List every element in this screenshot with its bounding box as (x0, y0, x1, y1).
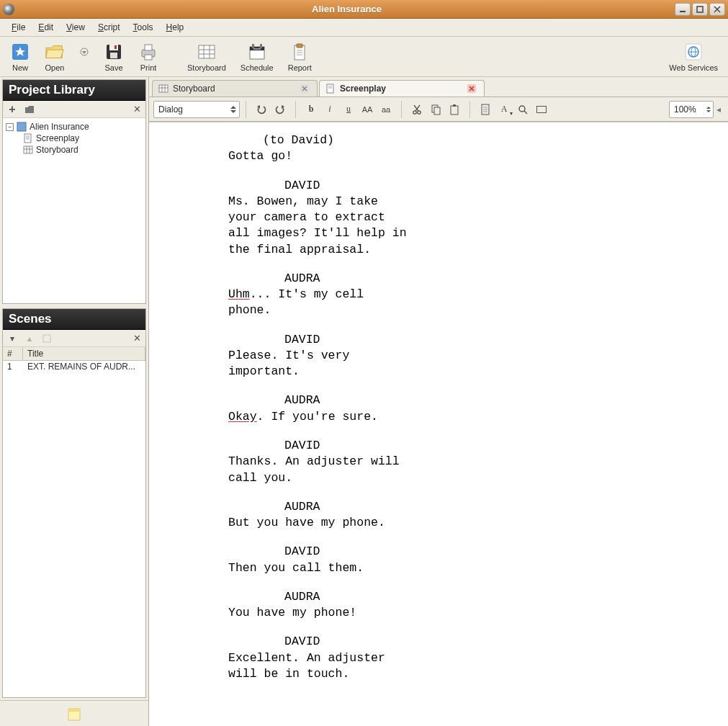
main-toolbar: New Open Save Print Storyboard movie (0, 37, 728, 77)
screenplay-char[interactable]: DAVID (228, 544, 581, 560)
scroll-left-button[interactable]: ◂ (714, 104, 724, 115)
screenplay-dialog[interactable]: important. (228, 364, 581, 380)
scenes-close-button[interactable]: ✕ (133, 333, 141, 344)
view-mode-button[interactable] (532, 100, 551, 119)
screenplay-dialog[interactable]: Ms. Bowen, may I take (228, 194, 581, 210)
bold-button[interactable]: b (302, 100, 320, 119)
report-button[interactable]: Report (284, 39, 316, 75)
font-button[interactable]: A▾ (495, 100, 513, 119)
page-button[interactable] (476, 100, 495, 119)
scene-up-button[interactable]: ▴ (24, 333, 35, 344)
new-button[interactable]: New (6, 39, 35, 75)
screenplay-char[interactable]: AUDRA (228, 589, 581, 605)
tree-item-label: Storyboard (36, 145, 78, 155)
paste-button[interactable] (445, 100, 464, 119)
screenplay-dialog[interactable]: your camera to extract (228, 210, 581, 225)
screenplay-dialog[interactable]: phone. (228, 302, 581, 318)
panel-close-button[interactable]: ✕ (133, 104, 141, 115)
uppercase-button[interactable]: AA (358, 100, 377, 119)
screenplay-paren[interactable]: (to David) (228, 133, 581, 148)
screenplay-char[interactable]: DAVID (228, 178, 581, 194)
screenplay-dialog[interactable]: Thanks. An adjuster will (228, 454, 581, 470)
svg-rect-45 (68, 709, 80, 712)
webservices-button[interactable]: Web Services (665, 39, 722, 75)
undo-button[interactable] (252, 100, 271, 119)
screenplay-dialog[interactable]: the final appraisal. (228, 242, 581, 258)
notes-bar (0, 700, 148, 726)
window-maximize-button[interactable] (692, 3, 708, 16)
tree-item-storyboard[interactable]: Storyboard (4, 144, 144, 156)
collapse-icon[interactable]: − (6, 123, 14, 131)
storyboard-label: Storyboard (187, 63, 226, 72)
tab-storyboard[interactable]: Storyboard (152, 80, 318, 97)
screenplay-char[interactable]: AUDRA (228, 271, 581, 287)
scenes-header: # Title (3, 347, 145, 361)
project-tree[interactable]: − Alien Insurance Screenplay Storyboard (3, 118, 145, 303)
screenplay-dialog[interactable]: will be in touch. (228, 666, 581, 682)
screenplay-dialog[interactable]: You have my phone! (228, 605, 581, 621)
screenplay-dialog[interactable]: Excellent. An adjuster (228, 650, 581, 666)
open-button[interactable]: Open (40, 39, 69, 75)
scenes-title: Scenes (3, 309, 145, 330)
save-button[interactable]: Save (99, 39, 128, 75)
lowercase-button[interactable]: aa (377, 100, 395, 119)
menu-help[interactable]: Help (161, 20, 190, 35)
menu-tools[interactable]: Tools (127, 20, 159, 35)
col-title-header[interactable]: Title (23, 347, 145, 360)
add-button[interactable]: + (7, 104, 17, 115)
star-icon (10, 42, 30, 62)
tree-root-label: Alien Insurance (30, 122, 89, 132)
notes-icon[interactable] (66, 706, 82, 722)
schedule-button[interactable]: movie Schedule (236, 39, 278, 75)
menu-file[interactable]: File (6, 20, 31, 35)
col-num-header[interactable]: # (3, 347, 23, 360)
tab-screenplay[interactable]: Screenplay (319, 80, 485, 97)
window-close-button[interactable] (709, 3, 725, 16)
zoom-selector[interactable]: 100% (669, 101, 714, 118)
window-titlebar: Alien Insurance (0, 0, 728, 19)
app-icon (3, 4, 14, 15)
screenplay-char[interactable]: AUDRA (228, 499, 581, 515)
underline-button[interactable]: u (339, 100, 358, 119)
find-button[interactable] (513, 100, 532, 119)
screenplay-dialog[interactable]: Please. It's very (228, 348, 581, 364)
screenplay-dialog[interactable]: But you have my phone. (228, 515, 581, 531)
screenplay-char[interactable]: DAVID (228, 332, 581, 348)
window-minimize-button[interactable] (675, 3, 691, 16)
svg-rect-10 (110, 53, 117, 58)
style-selector[interactable]: Dialog (153, 101, 240, 118)
schedule-icon: movie (247, 42, 267, 62)
scene-edit-button[interactable] (42, 333, 52, 344)
cut-button[interactable] (408, 100, 426, 119)
screenplay-dialog[interactable]: call you. (228, 470, 581, 486)
screenplay-content[interactable]: (to David)Gotta go!DAVIDMs. Bowen, may I… (149, 122, 610, 711)
tree-root[interactable]: − Alien Insurance (4, 121, 144, 133)
folder-button[interactable] (24, 104, 35, 115)
scene-row[interactable]: 1 EXT. REMAINS OF AUDR... (3, 361, 145, 372)
menu-edit[interactable]: Edit (32, 20, 59, 35)
tree-item-screenplay[interactable]: Screenplay (4, 133, 144, 144)
italic-button[interactable]: i (320, 100, 339, 119)
menu-view[interactable]: View (60, 20, 91, 35)
tab-close-icon[interactable] (467, 84, 477, 94)
screenplay-dialog[interactable]: Then you call them. (228, 560, 581, 576)
tab-close-icon[interactable] (300, 84, 310, 94)
open-dropdown-button[interactable] (75, 39, 94, 75)
screenplay-dialog[interactable]: all images? It'll help in (228, 225, 581, 241)
screenplay-char[interactable]: AUDRA (228, 393, 581, 408)
left-panel: Project Library + ✕ − Alien Insurance Sc… (0, 77, 149, 726)
screenplay-dialog[interactable]: Uhm... It's my cell (228, 287, 581, 302)
screenplay-dialog[interactable]: Okay. If you're sure. (228, 409, 581, 425)
scene-down-button[interactable]: ▾ (7, 333, 17, 344)
redo-button[interactable] (271, 100, 289, 119)
copy-button[interactable] (426, 100, 445, 119)
document-area[interactable]: (to David)Gotta go!DAVIDMs. Bowen, may I… (149, 122, 728, 726)
screenplay-dialog[interactable]: Gotta go! (228, 148, 581, 164)
scenes-list[interactable]: # Title 1 EXT. REMAINS OF AUDR... (3, 347, 145, 697)
storyboard-button[interactable]: Storyboard (183, 39, 230, 75)
menu-script[interactable]: Script (92, 20, 126, 35)
screenplay-char[interactable]: DAVID (228, 438, 581, 454)
screenplay-char[interactable]: DAVID (228, 634, 581, 650)
report-icon (289, 42, 310, 62)
print-button[interactable]: Print (134, 39, 163, 75)
